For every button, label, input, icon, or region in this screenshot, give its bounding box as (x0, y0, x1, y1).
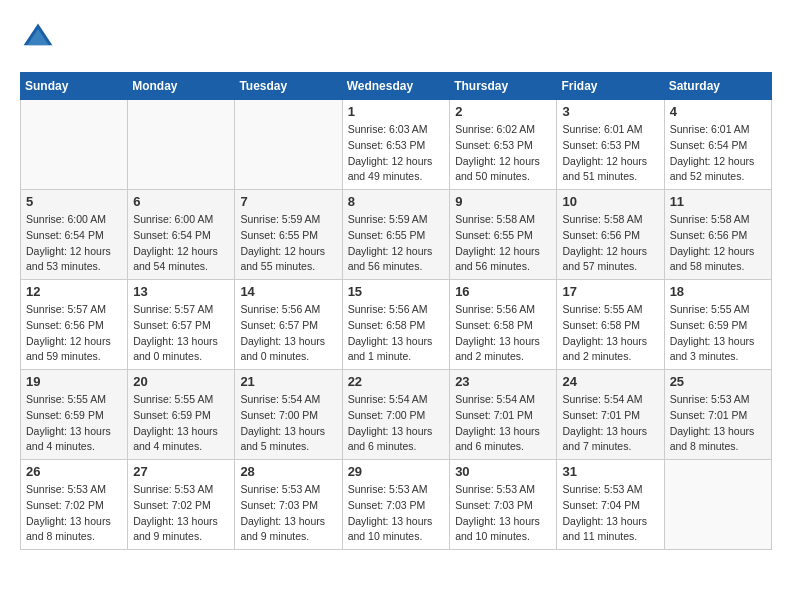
day-info: Sunrise: 5:55 AM Sunset: 6:59 PM Dayligh… (670, 302, 766, 365)
day-number: 8 (348, 194, 445, 209)
day-number: 10 (562, 194, 658, 209)
day-info: Sunrise: 5:54 AM Sunset: 7:01 PM Dayligh… (455, 392, 551, 455)
calendar-day-cell: 25Sunrise: 5:53 AM Sunset: 7:01 PM Dayli… (664, 370, 771, 460)
day-info: Sunrise: 5:58 AM Sunset: 6:56 PM Dayligh… (562, 212, 658, 275)
day-info: Sunrise: 6:00 AM Sunset: 6:54 PM Dayligh… (26, 212, 122, 275)
day-number: 22 (348, 374, 445, 389)
day-info: Sunrise: 5:57 AM Sunset: 6:57 PM Dayligh… (133, 302, 229, 365)
day-info: Sunrise: 5:55 AM Sunset: 6:58 PM Dayligh… (562, 302, 658, 365)
calendar-day-cell: 9Sunrise: 5:58 AM Sunset: 6:55 PM Daylig… (450, 190, 557, 280)
day-number: 24 (562, 374, 658, 389)
calendar-day-cell: 29Sunrise: 5:53 AM Sunset: 7:03 PM Dayli… (342, 460, 450, 550)
calendar-day-cell: 7Sunrise: 5:59 AM Sunset: 6:55 PM Daylig… (235, 190, 342, 280)
day-info: Sunrise: 5:53 AM Sunset: 7:04 PM Dayligh… (562, 482, 658, 545)
day-number: 18 (670, 284, 766, 299)
day-number: 20 (133, 374, 229, 389)
day-number: 9 (455, 194, 551, 209)
day-number: 30 (455, 464, 551, 479)
day-info: Sunrise: 5:55 AM Sunset: 6:59 PM Dayligh… (133, 392, 229, 455)
weekday-header: Friday (557, 73, 664, 100)
weekday-header: Monday (128, 73, 235, 100)
logo (20, 20, 62, 56)
day-info: Sunrise: 5:53 AM Sunset: 7:02 PM Dayligh… (26, 482, 122, 545)
calendar-day-cell: 6Sunrise: 6:00 AM Sunset: 6:54 PM Daylig… (128, 190, 235, 280)
day-info: Sunrise: 6:00 AM Sunset: 6:54 PM Dayligh… (133, 212, 229, 275)
logo-icon (20, 20, 56, 56)
calendar-week-row: 19Sunrise: 5:55 AM Sunset: 6:59 PM Dayli… (21, 370, 772, 460)
day-info: Sunrise: 5:56 AM Sunset: 6:58 PM Dayligh… (348, 302, 445, 365)
day-info: Sunrise: 5:57 AM Sunset: 6:56 PM Dayligh… (26, 302, 122, 365)
day-info: Sunrise: 5:53 AM Sunset: 7:02 PM Dayligh… (133, 482, 229, 545)
day-info: Sunrise: 5:53 AM Sunset: 7:03 PM Dayligh… (240, 482, 336, 545)
day-number: 1 (348, 104, 445, 119)
calendar-week-row: 12Sunrise: 5:57 AM Sunset: 6:56 PM Dayli… (21, 280, 772, 370)
calendar-day-cell: 4Sunrise: 6:01 AM Sunset: 6:54 PM Daylig… (664, 100, 771, 190)
day-number: 7 (240, 194, 336, 209)
calendar-day-cell: 10Sunrise: 5:58 AM Sunset: 6:56 PM Dayli… (557, 190, 664, 280)
day-info: Sunrise: 5:59 AM Sunset: 6:55 PM Dayligh… (348, 212, 445, 275)
day-info: Sunrise: 5:56 AM Sunset: 6:58 PM Dayligh… (455, 302, 551, 365)
day-number: 25 (670, 374, 766, 389)
calendar-day-cell: 16Sunrise: 5:56 AM Sunset: 6:58 PM Dayli… (450, 280, 557, 370)
day-info: Sunrise: 6:03 AM Sunset: 6:53 PM Dayligh… (348, 122, 445, 185)
day-number: 26 (26, 464, 122, 479)
calendar-day-cell: 13Sunrise: 5:57 AM Sunset: 6:57 PM Dayli… (128, 280, 235, 370)
calendar-day-cell: 15Sunrise: 5:56 AM Sunset: 6:58 PM Dayli… (342, 280, 450, 370)
day-number: 12 (26, 284, 122, 299)
calendar-day-cell: 27Sunrise: 5:53 AM Sunset: 7:02 PM Dayli… (128, 460, 235, 550)
calendar-day-cell (21, 100, 128, 190)
calendar-day-cell: 19Sunrise: 5:55 AM Sunset: 6:59 PM Dayli… (21, 370, 128, 460)
calendar-header-row: SundayMondayTuesdayWednesdayThursdayFrid… (21, 73, 772, 100)
calendar-day-cell: 18Sunrise: 5:55 AM Sunset: 6:59 PM Dayli… (664, 280, 771, 370)
calendar-day-cell: 11Sunrise: 5:58 AM Sunset: 6:56 PM Dayli… (664, 190, 771, 280)
weekday-header: Wednesday (342, 73, 450, 100)
calendar-day-cell: 12Sunrise: 5:57 AM Sunset: 6:56 PM Dayli… (21, 280, 128, 370)
day-number: 2 (455, 104, 551, 119)
day-info: Sunrise: 5:54 AM Sunset: 7:00 PM Dayligh… (240, 392, 336, 455)
calendar-week-row: 26Sunrise: 5:53 AM Sunset: 7:02 PM Dayli… (21, 460, 772, 550)
day-info: Sunrise: 6:02 AM Sunset: 6:53 PM Dayligh… (455, 122, 551, 185)
weekday-header: Thursday (450, 73, 557, 100)
day-number: 23 (455, 374, 551, 389)
day-info: Sunrise: 6:01 AM Sunset: 6:54 PM Dayligh… (670, 122, 766, 185)
calendar-day-cell: 3Sunrise: 6:01 AM Sunset: 6:53 PM Daylig… (557, 100, 664, 190)
calendar-day-cell: 31Sunrise: 5:53 AM Sunset: 7:04 PM Dayli… (557, 460, 664, 550)
day-number: 6 (133, 194, 229, 209)
day-number: 16 (455, 284, 551, 299)
calendar-day-cell: 24Sunrise: 5:54 AM Sunset: 7:01 PM Dayli… (557, 370, 664, 460)
day-number: 29 (348, 464, 445, 479)
calendar-week-row: 5Sunrise: 6:00 AM Sunset: 6:54 PM Daylig… (21, 190, 772, 280)
day-number: 19 (26, 374, 122, 389)
calendar-day-cell (664, 460, 771, 550)
day-number: 17 (562, 284, 658, 299)
weekday-header: Sunday (21, 73, 128, 100)
weekday-header: Tuesday (235, 73, 342, 100)
calendar-day-cell: 28Sunrise: 5:53 AM Sunset: 7:03 PM Dayli… (235, 460, 342, 550)
day-number: 28 (240, 464, 336, 479)
day-info: Sunrise: 5:58 AM Sunset: 6:55 PM Dayligh… (455, 212, 551, 275)
day-number: 31 (562, 464, 658, 479)
calendar-day-cell: 14Sunrise: 5:56 AM Sunset: 6:57 PM Dayli… (235, 280, 342, 370)
calendar-day-cell: 8Sunrise: 5:59 AM Sunset: 6:55 PM Daylig… (342, 190, 450, 280)
calendar-day-cell: 22Sunrise: 5:54 AM Sunset: 7:00 PM Dayli… (342, 370, 450, 460)
day-info: Sunrise: 6:01 AM Sunset: 6:53 PM Dayligh… (562, 122, 658, 185)
day-number: 3 (562, 104, 658, 119)
calendar-day-cell: 5Sunrise: 6:00 AM Sunset: 6:54 PM Daylig… (21, 190, 128, 280)
calendar-table: SundayMondayTuesdayWednesdayThursdayFrid… (20, 72, 772, 550)
calendar-day-cell: 26Sunrise: 5:53 AM Sunset: 7:02 PM Dayli… (21, 460, 128, 550)
day-info: Sunrise: 5:59 AM Sunset: 6:55 PM Dayligh… (240, 212, 336, 275)
weekday-header: Saturday (664, 73, 771, 100)
calendar-day-cell: 1Sunrise: 6:03 AM Sunset: 6:53 PM Daylig… (342, 100, 450, 190)
day-number: 14 (240, 284, 336, 299)
day-info: Sunrise: 5:55 AM Sunset: 6:59 PM Dayligh… (26, 392, 122, 455)
calendar-day-cell: 30Sunrise: 5:53 AM Sunset: 7:03 PM Dayli… (450, 460, 557, 550)
day-info: Sunrise: 5:53 AM Sunset: 7:03 PM Dayligh… (348, 482, 445, 545)
calendar-day-cell: 23Sunrise: 5:54 AM Sunset: 7:01 PM Dayli… (450, 370, 557, 460)
day-info: Sunrise: 5:58 AM Sunset: 6:56 PM Dayligh… (670, 212, 766, 275)
day-info: Sunrise: 5:53 AM Sunset: 7:01 PM Dayligh… (670, 392, 766, 455)
day-info: Sunrise: 5:56 AM Sunset: 6:57 PM Dayligh… (240, 302, 336, 365)
day-number: 11 (670, 194, 766, 209)
day-info: Sunrise: 5:54 AM Sunset: 7:01 PM Dayligh… (562, 392, 658, 455)
day-number: 4 (670, 104, 766, 119)
calendar-day-cell: 2Sunrise: 6:02 AM Sunset: 6:53 PM Daylig… (450, 100, 557, 190)
